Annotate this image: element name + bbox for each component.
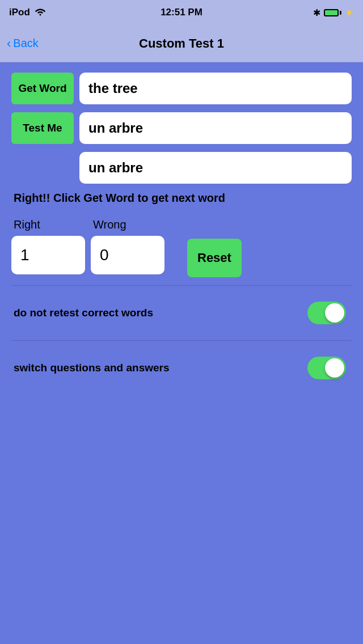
score-section: Right 1 Wrong 0 Reset [11,218,352,277]
status-right: ✱ ⚡ [313,7,354,18]
wifi-icon [35,7,46,19]
toggle-switch-switch[interactable] [307,357,346,379]
back-chevron-icon: ‹ [7,36,11,51]
test-me-row: Test Me un arbre [11,112,352,144]
battery-icon [324,9,341,16]
right-score-col: Right 1 [11,218,85,274]
test-me-button[interactable]: Test Me [11,112,74,144]
status-time: 12:51 PM [161,7,202,18]
status-left: iPod [9,7,46,19]
status-bar: iPod 12:51 PM ✱ ⚡ [0,0,363,25]
toggle-retest-label: do not retest correct words [14,307,153,319]
get-word-row: Get Word the tree [11,73,352,104]
toggle-retest-knob [325,303,344,323]
nav-bar: ‹ Back Custom Test 1 [0,25,363,62]
wrong-count: 0 [91,236,164,274]
toggle-switch-label: switch questions and answers [14,362,170,374]
charging-icon: ⚡ [345,9,354,17]
back-label: Back [13,37,38,50]
nav-title: Custom Test 1 [139,36,224,51]
main-content: Get Word the tree Test Me un arbre un ar… [0,62,363,405]
answer-display: un arbre [79,152,352,184]
bluetooth-icon: ✱ [313,7,320,18]
toggle-retest-row: do not retest correct words [11,285,352,340]
right-count: 1 [11,236,85,274]
answer-input-display[interactable]: un arbre [79,112,352,144]
toggle-retest-switch[interactable] [307,302,346,324]
right-label: Right [11,218,40,231]
toggle-switch-row: switch questions and answers [11,340,352,395]
status-message: Right!! Click Get Word to get next word [11,192,352,205]
toggle-switch-knob [325,358,344,378]
wrong-score-col: Wrong 0 [91,218,164,274]
word-display: the tree [79,73,352,104]
wrong-label: Wrong [91,218,126,231]
back-button[interactable]: ‹ Back [7,36,39,51]
reset-button[interactable]: Reset [187,239,242,277]
device-label: iPod [9,7,30,18]
get-word-button[interactable]: Get Word [11,73,74,104]
